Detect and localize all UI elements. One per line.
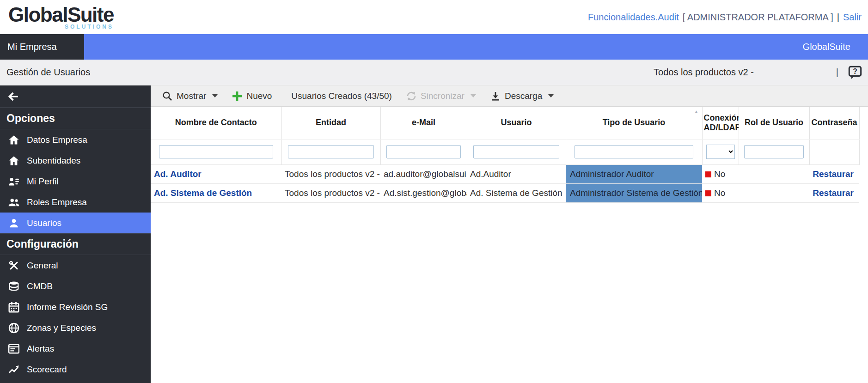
col-header-email[interactable]: e-Mail — [380, 107, 467, 139]
id-card-icon — [8, 176, 20, 188]
sidebar-item-label: CMDB — [27, 281, 53, 292]
col-header-conexion-ad-ldap[interactable]: Conexión AD/LDAP — [702, 107, 739, 139]
user-entidad: Todos los productos v2 - — [281, 183, 380, 202]
calendar-icon — [8, 301, 20, 313]
section-title-configuracion: Configuración — [0, 233, 151, 255]
people-icon — [8, 196, 20, 208]
user-tipo-cell: Administrador Sistema de Gestión — [566, 183, 702, 202]
sincronizar-label: Sincronizar — [421, 91, 465, 101]
user-entidad: Todos los productos v2 - — [281, 164, 380, 183]
back-arrow-icon — [7, 91, 19, 103]
top-header: GlobalSuite SOLUTIONS Funcionalidades.Au… — [0, 0, 868, 34]
house-icon — [8, 134, 20, 146]
filter-usuario-input[interactable] — [473, 145, 559, 158]
user-contrasena-cell: Restaurar — [809, 164, 859, 183]
sidebar-item-label: Scorecard — [27, 365, 67, 375]
help-button[interactable]: ? — [848, 66, 862, 79]
sidebar-item-label: Subentidades — [27, 156, 80, 166]
nuevo-button[interactable]: Nuevo — [232, 91, 272, 102]
sidebar-item-label: Informe Revisión SG — [27, 302, 108, 312]
platform-role-label: [ ADMINISTRADOR PLATAFORMA ] — [683, 12, 833, 23]
sidebar-item-zonas-y-especies[interactable]: Zonas y Especies — [0, 317, 151, 338]
user-name-link[interactable]: Ad. Sistema de Gestión — [151, 183, 281, 202]
filter-nombre-input[interactable] — [159, 145, 273, 158]
descarga-label: Descarga — [505, 91, 542, 101]
col-header-nombre-de-contacto[interactable]: Nombre de Contacto — [151, 107, 281, 139]
restaurar-link[interactable]: Restaurar — [813, 169, 854, 179]
person-icon — [8, 217, 20, 229]
plus-icon — [232, 91, 243, 102]
col-header-entidad[interactable]: Entidad — [281, 107, 380, 139]
tab-mi-empresa[interactable]: Mi Empresa — [0, 34, 84, 60]
svg-text:?: ? — [853, 67, 857, 75]
sincronizar-dropdown[interactable]: Sincronizar — [406, 91, 476, 102]
sidebar-item-scorecard[interactable]: Scorecard — [0, 359, 151, 380]
sidebar-item-usuarios[interactable]: Usuarios — [0, 213, 151, 233]
logout-link[interactable]: Salir — [843, 12, 862, 23]
sidebar-item-datos-empresa[interactable]: Datos Empresa — [0, 129, 151, 150]
tools-icon — [8, 260, 20, 272]
toolbar: Mostrar Nuevo Usuarios Creados (43/50) — [151, 85, 868, 107]
globalsuite-logo[interactable]: GlobalSuite SOLUTIONS — [8, 5, 114, 30]
app-bar: Mi Empresa GlobalSuite — [0, 34, 868, 60]
user-email: ad.auditor@globalsui — [380, 164, 467, 183]
download-icon — [490, 91, 501, 102]
filter-rol-input[interactable] — [744, 145, 804, 158]
user-tipo-cell: Administrador Auditor — [566, 164, 702, 183]
database-icon — [8, 280, 20, 292]
user-conexion-cell: No — [702, 164, 739, 183]
filter-conexion-select[interactable] — [706, 145, 735, 159]
breadcrumb-right: Todos los productos v2 - | ? — [654, 66, 862, 79]
filter-email-input[interactable] — [386, 145, 461, 158]
top-nav: Funcionalidades.Audit [ ADMINISTRADOR PL… — [588, 12, 862, 23]
page-title: Gestión de Usuarios — [6, 67, 90, 78]
chevron-down-icon — [548, 94, 554, 97]
filter-entidad-input[interactable] — [288, 145, 374, 158]
users-table: Nombre de Contacto Entidad e-Mail Usuari… — [151, 107, 860, 203]
logo-text: GlobalSuite — [8, 5, 114, 25]
window-alert-icon — [8, 343, 20, 355]
chevron-down-icon — [471, 94, 476, 97]
sidebar-item-roles-empresa[interactable]: Roles Empresa — [0, 192, 151, 213]
table-header-row: Nombre de Contacto Entidad e-Mail Usuari… — [151, 107, 859, 139]
back-button[interactable] — [0, 85, 151, 108]
filter-tipo-input[interactable] — [575, 145, 693, 158]
user-rol-cell — [739, 183, 809, 202]
globe-icon — [8, 322, 20, 334]
sync-icon — [406, 91, 417, 102]
sidebar-item-label: Zonas y Especies — [27, 323, 96, 333]
sidebar-item-subentidades[interactable]: Subentidades — [0, 150, 151, 171]
user-usuario: Ad.Auditor — [467, 164, 566, 183]
user-tipo-badge: Administrador Auditor — [566, 165, 702, 183]
sidebar-item-label: Roles Empresa — [27, 197, 87, 207]
restaurar-link[interactable]: Restaurar — [813, 188, 854, 198]
user-contrasena-cell: Restaurar — [809, 183, 859, 202]
funcionalidades-link[interactable]: Funcionalidades.Audit — [588, 12, 679, 23]
col-header-tipo-de-usuario[interactable]: Tipo de Usuario ▲ — [566, 107, 702, 139]
breadcrumb-separator: | — [836, 67, 838, 78]
entity-context-label: Todos los productos v2 - — [654, 67, 754, 78]
descarga-dropdown[interactable]: Descarga — [490, 91, 554, 102]
status-red-square-icon — [705, 190, 711, 196]
table-row[interactable]: Ad. Sistema de Gestión Todos los product… — [151, 183, 859, 202]
col-header-rol-de-usuario[interactable]: Rol de Usuario — [739, 107, 809, 139]
mostrar-dropdown[interactable]: Mostrar — [162, 91, 218, 102]
nav-separator: | — [837, 12, 839, 23]
sidebar-item-alertas[interactable]: Alertas — [0, 338, 151, 359]
sidebar-item-label: Mi Perfil — [27, 176, 59, 187]
sidebar-item-mi-perfil[interactable]: Mi Perfil — [0, 171, 151, 192]
sidebar-item-label: Usuarios — [27, 218, 61, 228]
mostrar-label: Mostrar — [177, 91, 206, 101]
user-name-link[interactable]: Ad. Auditor — [151, 164, 281, 183]
sidebar-item-cmdb[interactable]: CMDB — [0, 276, 151, 297]
chevron-down-icon — [212, 94, 218, 97]
sort-ascending-icon: ▲ — [694, 109, 699, 115]
col-header-usuario[interactable]: Usuario — [467, 107, 566, 139]
sidebar-item-label: Alertas — [27, 344, 54, 354]
user-conexion-value: No — [714, 169, 725, 179]
trend-arrow-icon — [8, 364, 20, 376]
sidebar-item-informe-revision-sg[interactable]: Informe Revisión SG — [0, 297, 151, 317]
table-row[interactable]: Ad. Auditor Todos los productos v2 - ad.… — [151, 164, 859, 183]
sidebar-item-general[interactable]: General — [0, 255, 151, 276]
col-header-contrasena[interactable]: Contraseña — [809, 107, 859, 139]
